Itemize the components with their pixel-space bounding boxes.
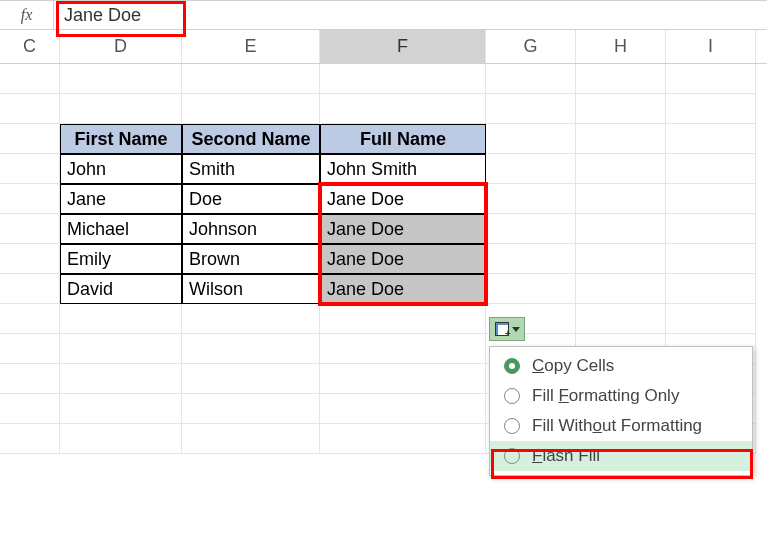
cell[interactable] <box>666 154 756 184</box>
header-full-name[interactable]: Full Name <box>320 124 486 154</box>
cell[interactable] <box>666 304 756 334</box>
cell[interactable] <box>666 124 756 154</box>
cell[interactable] <box>0 184 60 214</box>
column-header-d[interactable]: D <box>60 30 182 63</box>
cell[interactable] <box>320 64 486 94</box>
cell[interactable] <box>0 304 60 334</box>
cell[interactable] <box>576 94 666 124</box>
cell[interactable] <box>182 94 320 124</box>
table-cell[interactable]: Jane Doe <box>320 214 486 244</box>
cell[interactable] <box>486 94 576 124</box>
table-cell[interactable]: Doe <box>182 184 320 214</box>
cell[interactable] <box>320 304 486 334</box>
table-cell[interactable]: Johnson <box>182 214 320 244</box>
column-header-e[interactable]: E <box>182 30 320 63</box>
table-cell[interactable]: Jane Doe <box>320 184 486 214</box>
header-first-name[interactable]: First Name <box>60 124 182 154</box>
table-cell[interactable]: Brown <box>182 244 320 274</box>
menu-item-label: Flash Fill <box>532 446 600 466</box>
cell[interactable] <box>486 124 576 154</box>
cell[interactable] <box>60 94 182 124</box>
cell[interactable] <box>320 394 486 424</box>
cell[interactable] <box>182 304 320 334</box>
cell[interactable] <box>0 274 60 304</box>
cell[interactable] <box>576 244 666 274</box>
table-cell[interactable]: Jane <box>60 184 182 214</box>
cell[interactable] <box>320 334 486 364</box>
cell[interactable] <box>486 154 576 184</box>
cell[interactable] <box>0 214 60 244</box>
cell[interactable] <box>576 184 666 214</box>
table-cell[interactable]: John <box>60 154 182 184</box>
menu-item-flash-fill[interactable]: Flash Fill <box>490 441 752 471</box>
column-header-f[interactable]: F <box>320 30 486 63</box>
header-second-name[interactable]: Second Name <box>182 124 320 154</box>
formula-bar: fx Jane Doe <box>0 0 767 30</box>
cell[interactable] <box>182 334 320 364</box>
table-cell[interactable]: Michael <box>60 214 182 244</box>
table-cell[interactable]: Jane Doe <box>320 274 486 304</box>
menu-item-fill-without-formatting[interactable]: Fill Without Formatting <box>490 411 752 441</box>
cell[interactable] <box>60 394 182 424</box>
column-header-i[interactable]: I <box>666 30 756 63</box>
cell[interactable] <box>666 244 756 274</box>
cell[interactable] <box>486 64 576 94</box>
cell[interactable] <box>576 274 666 304</box>
cell[interactable] <box>60 64 182 94</box>
worksheet-grid[interactable]: First Name Second Name Full Name John Sm… <box>0 64 767 543</box>
cell[interactable] <box>576 154 666 184</box>
column-header-row: C D E F G H I <box>0 30 767 64</box>
cell[interactable] <box>576 214 666 244</box>
menu-item-label: Fill Without Formatting <box>532 416 702 436</box>
column-header-c[interactable]: C <box>0 30 60 63</box>
cell[interactable] <box>0 394 60 424</box>
cell[interactable] <box>0 364 60 394</box>
autofill-options-button[interactable] <box>489 317 525 341</box>
cell[interactable] <box>320 94 486 124</box>
table-cell[interactable]: Smith <box>182 154 320 184</box>
cell[interactable] <box>182 364 320 394</box>
autofill-icon <box>495 322 509 336</box>
cell[interactable] <box>666 214 756 244</box>
column-header-h[interactable]: H <box>576 30 666 63</box>
cell[interactable] <box>486 184 576 214</box>
cell[interactable] <box>0 154 60 184</box>
column-header-g[interactable]: G <box>486 30 576 63</box>
cell[interactable] <box>320 424 486 454</box>
cell[interactable] <box>576 304 666 334</box>
menu-item-fill-formatting-only[interactable]: Fill Formatting Only <box>490 381 752 411</box>
radio-icon <box>504 448 520 464</box>
table-cell[interactable]: Jane Doe <box>320 244 486 274</box>
cell[interactable] <box>0 244 60 274</box>
cell[interactable] <box>60 304 182 334</box>
cell[interactable] <box>486 244 576 274</box>
cell[interactable] <box>0 94 60 124</box>
cell[interactable] <box>0 334 60 364</box>
cell[interactable] <box>0 424 60 454</box>
cell[interactable] <box>666 274 756 304</box>
cell[interactable] <box>576 64 666 94</box>
cell[interactable] <box>182 64 320 94</box>
table-cell[interactable]: David <box>60 274 182 304</box>
cell[interactable] <box>60 424 182 454</box>
menu-item-copy-cells[interactable]: Copy Cells <box>490 351 752 381</box>
cell[interactable] <box>576 124 666 154</box>
cell[interactable] <box>486 274 576 304</box>
cell[interactable] <box>182 394 320 424</box>
cell[interactable] <box>0 64 60 94</box>
formula-input[interactable]: Jane Doe <box>54 1 184 29</box>
insert-function-button[interactable]: fx <box>0 1 54 29</box>
table-cell[interactable]: Emily <box>60 244 182 274</box>
table-cell[interactable]: Wilson <box>182 274 320 304</box>
cell[interactable] <box>182 424 320 454</box>
table-cell[interactable]: John Smith <box>320 154 486 184</box>
cell[interactable] <box>60 334 182 364</box>
cell[interactable] <box>320 364 486 394</box>
cell[interactable] <box>60 364 182 394</box>
cell[interactable] <box>666 64 756 94</box>
cell[interactable] <box>486 214 576 244</box>
radio-icon <box>504 418 520 434</box>
cell[interactable] <box>0 124 60 154</box>
cell[interactable] <box>666 94 756 124</box>
cell[interactable] <box>666 184 756 214</box>
